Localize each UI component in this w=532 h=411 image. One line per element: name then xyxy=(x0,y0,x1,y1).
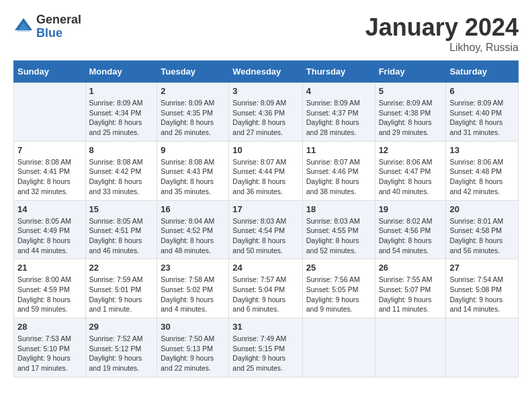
day-info: Sunrise: 8:01 AM Sunset: 4:58 PM Dayligh… xyxy=(449,216,515,256)
calendar-cell: 26Sunrise: 7:55 AM Sunset: 5:07 PM Dayli… xyxy=(375,259,446,318)
day-info: Sunrise: 7:53 AM Sunset: 5:10 PM Dayligh… xyxy=(17,334,82,373)
day-info: Sunrise: 8:09 AM Sunset: 4:35 PM Dayligh… xyxy=(161,98,225,138)
title-block: January 2024 Likhoy, Russia xyxy=(365,13,519,54)
logo-blue: Blue xyxy=(36,27,81,40)
day-number: 24 xyxy=(232,263,298,273)
calendar-cell: 18Sunrise: 8:03 AM Sunset: 4:55 PM Dayli… xyxy=(302,200,375,259)
day-number: 10 xyxy=(232,145,298,155)
day-info: Sunrise: 8:00 AM Sunset: 4:59 PM Dayligh… xyxy=(17,275,82,314)
calendar-cell: 13Sunrise: 8:06 AM Sunset: 4:48 PM Dayli… xyxy=(446,141,519,200)
location: Likhoy, Russia xyxy=(365,42,519,54)
day-info: Sunrise: 8:09 AM Sunset: 4:34 PM Dayligh… xyxy=(89,98,154,138)
header-day-friday: Friday xyxy=(375,61,446,83)
header-row: SundayMondayTuesdayWednesdayThursdayFrid… xyxy=(14,61,519,83)
header-day-monday: Monday xyxy=(85,61,157,83)
day-info: Sunrise: 8:08 AM Sunset: 4:42 PM Dayligh… xyxy=(89,157,154,197)
header-day-thursday: Thursday xyxy=(302,61,375,83)
logo: General Blue xyxy=(13,13,81,40)
day-info: Sunrise: 7:49 AM Sunset: 5:15 PM Dayligh… xyxy=(232,334,298,373)
calendar-cell xyxy=(375,318,446,377)
day-info: Sunrise: 7:58 AM Sunset: 5:02 PM Dayligh… xyxy=(161,275,225,314)
day-info: Sunrise: 7:56 AM Sunset: 5:05 PM Dayligh… xyxy=(306,275,371,314)
day-info: Sunrise: 8:09 AM Sunset: 4:38 PM Dayligh… xyxy=(379,98,443,138)
day-info: Sunrise: 8:05 AM Sunset: 4:49 PM Dayligh… xyxy=(17,216,82,256)
calendar-cell: 1Sunrise: 8:09 AM Sunset: 4:34 PM Daylig… xyxy=(85,83,157,142)
day-number: 7 xyxy=(17,145,82,155)
day-number: 26 xyxy=(379,263,443,273)
header-day-sunday: Sunday xyxy=(14,61,86,83)
day-number: 13 xyxy=(449,145,515,155)
calendar-cell: 28Sunrise: 7:53 AM Sunset: 5:10 PM Dayli… xyxy=(14,318,86,377)
day-number: 1 xyxy=(89,86,154,96)
calendar-cell: 20Sunrise: 8:01 AM Sunset: 4:58 PM Dayli… xyxy=(446,200,519,259)
calendar-cell: 29Sunrise: 7:52 AM Sunset: 5:12 PM Dayli… xyxy=(85,318,157,377)
calendar-cell: 3Sunrise: 8:09 AM Sunset: 4:36 PM Daylig… xyxy=(229,83,302,142)
day-info: Sunrise: 7:50 AM Sunset: 5:13 PM Dayligh… xyxy=(161,334,225,373)
day-number: 18 xyxy=(306,204,371,214)
calendar-cell: 10Sunrise: 8:07 AM Sunset: 4:44 PM Dayli… xyxy=(229,141,302,200)
day-number: 31 xyxy=(232,322,298,332)
page-header: General Blue January 2024 Likhoy, Russia xyxy=(13,13,519,54)
day-info: Sunrise: 7:57 AM Sunset: 5:04 PM Dayligh… xyxy=(232,275,298,314)
day-info: Sunrise: 7:52 AM Sunset: 5:12 PM Dayligh… xyxy=(89,334,154,373)
day-number: 25 xyxy=(306,263,371,273)
day-number: 23 xyxy=(161,263,225,273)
calendar-cell: 8Sunrise: 8:08 AM Sunset: 4:42 PM Daylig… xyxy=(85,141,157,200)
day-info: Sunrise: 8:06 AM Sunset: 4:48 PM Dayligh… xyxy=(449,157,515,197)
logo-text: General Blue xyxy=(36,13,81,40)
calendar-cell: 30Sunrise: 7:50 AM Sunset: 5:13 PM Dayli… xyxy=(157,318,229,377)
day-number: 29 xyxy=(89,322,154,332)
day-number: 9 xyxy=(161,145,225,155)
calendar-cell: 19Sunrise: 8:02 AM Sunset: 4:56 PM Dayli… xyxy=(375,200,446,259)
month-title: January 2024 xyxy=(365,13,519,42)
day-info: Sunrise: 8:09 AM Sunset: 4:36 PM Dayligh… xyxy=(232,98,298,138)
calendar-cell: 16Sunrise: 8:04 AM Sunset: 4:52 PM Dayli… xyxy=(157,200,229,259)
day-number: 22 xyxy=(89,263,154,273)
header-day-saturday: Saturday xyxy=(446,61,519,83)
day-info: Sunrise: 8:09 AM Sunset: 4:37 PM Dayligh… xyxy=(306,98,371,138)
day-info: Sunrise: 8:07 AM Sunset: 4:44 PM Dayligh… xyxy=(232,157,298,197)
day-number: 15 xyxy=(89,204,154,214)
day-number: 2 xyxy=(161,86,225,96)
week-row-5: 28Sunrise: 7:53 AM Sunset: 5:10 PM Dayli… xyxy=(14,318,519,377)
day-number: 3 xyxy=(232,86,298,96)
calendar-cell: 17Sunrise: 8:03 AM Sunset: 4:54 PM Dayli… xyxy=(229,200,302,259)
day-number: 11 xyxy=(306,145,371,155)
day-number: 27 xyxy=(449,263,515,273)
calendar-cell: 14Sunrise: 8:05 AM Sunset: 4:49 PM Dayli… xyxy=(14,200,86,259)
day-info: Sunrise: 8:02 AM Sunset: 4:56 PM Dayligh… xyxy=(379,216,443,256)
day-info: Sunrise: 8:08 AM Sunset: 4:43 PM Dayligh… xyxy=(161,157,225,197)
day-info: Sunrise: 8:05 AM Sunset: 4:51 PM Dayligh… xyxy=(89,216,154,256)
day-info: Sunrise: 7:59 AM Sunset: 5:01 PM Dayligh… xyxy=(89,275,154,314)
day-number: 21 xyxy=(17,263,82,273)
calendar-cell xyxy=(14,83,86,142)
calendar-cell: 27Sunrise: 7:54 AM Sunset: 5:08 PM Dayli… xyxy=(446,259,519,318)
day-number: 6 xyxy=(449,86,515,96)
calendar-cell: 9Sunrise: 8:08 AM Sunset: 4:43 PM Daylig… xyxy=(157,141,229,200)
calendar-cell: 7Sunrise: 8:08 AM Sunset: 4:41 PM Daylig… xyxy=(14,141,86,200)
logo-general: General xyxy=(36,13,81,27)
calendar-cell: 22Sunrise: 7:59 AM Sunset: 5:01 PM Dayli… xyxy=(85,259,157,318)
calendar-cell xyxy=(302,318,375,377)
day-number: 20 xyxy=(449,204,515,214)
logo-icon xyxy=(13,17,34,37)
day-info: Sunrise: 8:04 AM Sunset: 4:52 PM Dayligh… xyxy=(161,216,225,256)
calendar-cell xyxy=(446,318,519,377)
calendar-cell: 11Sunrise: 8:07 AM Sunset: 4:46 PM Dayli… xyxy=(302,141,375,200)
day-number: 14 xyxy=(17,204,82,214)
day-number: 16 xyxy=(161,204,225,214)
day-info: Sunrise: 8:03 AM Sunset: 4:55 PM Dayligh… xyxy=(306,216,371,256)
week-row-3: 14Sunrise: 8:05 AM Sunset: 4:49 PM Dayli… xyxy=(14,200,519,259)
calendar-cell: 25Sunrise: 7:56 AM Sunset: 5:05 PM Dayli… xyxy=(302,259,375,318)
day-number: 19 xyxy=(379,204,443,214)
calendar-cell: 31Sunrise: 7:49 AM Sunset: 5:15 PM Dayli… xyxy=(229,318,302,377)
header-day-wednesday: Wednesday xyxy=(229,61,302,83)
week-row-1: 1Sunrise: 8:09 AM Sunset: 4:34 PM Daylig… xyxy=(14,83,519,142)
day-number: 28 xyxy=(17,322,82,332)
day-info: Sunrise: 8:08 AM Sunset: 4:41 PM Dayligh… xyxy=(17,157,82,197)
day-number: 17 xyxy=(232,204,298,214)
calendar-table: SundayMondayTuesdayWednesdayThursdayFrid… xyxy=(13,60,519,377)
day-info: Sunrise: 8:09 AM Sunset: 4:40 PM Dayligh… xyxy=(449,98,515,138)
calendar-cell: 6Sunrise: 8:09 AM Sunset: 4:40 PM Daylig… xyxy=(446,83,519,142)
week-row-2: 7Sunrise: 8:08 AM Sunset: 4:41 PM Daylig… xyxy=(14,141,519,200)
